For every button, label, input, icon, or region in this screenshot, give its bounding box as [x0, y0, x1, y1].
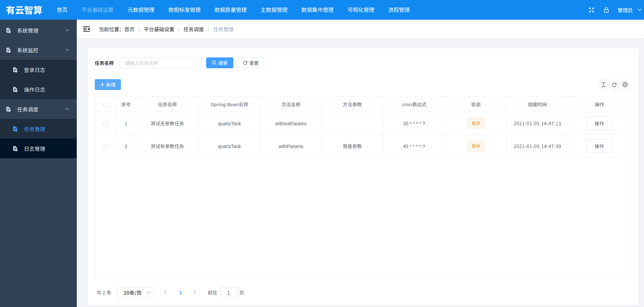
gear-icon [622, 82, 628, 87]
search-form: 任务名称 搜索 重置 [95, 57, 630, 68]
sidebar-item-6[interactable]: 日志管理 [0, 139, 77, 158]
table-header-select [95, 97, 116, 112]
chevron-down-icon [147, 291, 150, 294]
table-cell-status: 暂停 [445, 112, 507, 135]
table-cell-method-name: withoutParams [261, 112, 322, 135]
sidebar-item-4[interactable]: 任务调度 [0, 99, 77, 119]
table-header-cell: 状态 [445, 97, 507, 112]
refresh-icon [612, 82, 617, 87]
fullscreen-icon[interactable] [589, 7, 594, 13]
table-cell-status: 暂停 [445, 135, 507, 158]
sidebar-item-5[interactable]: 任务管理 [0, 119, 77, 139]
document-edit-icon [13, 67, 18, 73]
topbar: 有云智算 首页 平台基础设置 元数据管理 数据标准管理 数据质量管理 主数据管理… [0, 0, 644, 20]
table-cell-method-params [322, 112, 383, 135]
sidebar-item-3[interactable]: 操作日志 [0, 79, 77, 99]
lock-icon[interactable] [603, 7, 609, 13]
page-size-select[interactable]: 20条/页 [117, 287, 154, 297]
breadcrumb-item-2[interactable]: 任务调度 [183, 25, 204, 33]
table-header-cell: 创建时间 [507, 97, 568, 112]
chevron-down-icon [65, 29, 70, 32]
breadcrumb: 当前位置： 首页/平台基础设置/任务调度/任务管理 [99, 25, 233, 33]
goto-label: 前往 [208, 289, 217, 296]
topnav-item-0[interactable]: 首页 [50, 0, 75, 20]
table-header-cell: 任务名称 [136, 97, 199, 112]
sidebar-item-2[interactable]: 登录日志 [0, 60, 77, 79]
select-row-checkbox[interactable] [103, 144, 108, 149]
select-row-checkbox[interactable] [103, 122, 108, 126]
sidebar-item-label: 系统监控 [17, 46, 39, 54]
table-row: 1测试无参数任务quartzTaskwithoutParams30 * * * … [95, 112, 630, 135]
sidebar: 系统管理 系统监控 登录日志 操作日志 任务调度 任务管理 日志管理 [0, 20, 77, 307]
search-field-label: 任务名称 [95, 59, 120, 66]
document-edit-icon [6, 28, 11, 33]
chevron-up-icon [65, 49, 70, 51]
topnav-item-7[interactable]: 可视化管理 [340, 0, 381, 20]
table-header-cell: cron表达式 [383, 97, 445, 112]
table-header-cell: 方法名称 [261, 97, 322, 112]
table-cell-seq: 2 [116, 135, 136, 158]
document-edit-icon [13, 146, 18, 151]
search-icon [212, 60, 217, 65]
breadcrumb-separator: / [178, 26, 180, 32]
sidebar-item-1[interactable]: 系统监控 [0, 40, 77, 60]
table-tools [597, 79, 630, 90]
select-all-checkbox[interactable] [103, 103, 108, 107]
search-button[interactable]: 搜索 [206, 57, 233, 68]
content-card: 任务名称 搜索 重置 新增 [87, 48, 639, 306]
table-cell-cron: 45 * * * * ? [383, 135, 445, 158]
plus-icon [100, 83, 105, 87]
table-header: 序号任务名称Spring Bean名称方法名称方法参数cron表达式状态创建时间… [95, 97, 630, 112]
topnav-item-5[interactable]: 主数据管理 [254, 0, 294, 20]
app-logo: 有云智算 [0, 1, 50, 19]
breadcrumb-bar: 当前位置： 首页/平台基础设置/任务调度/任务管理 [77, 20, 644, 38]
user-menu[interactable]: 管理员 [618, 6, 633, 14]
table-header-cell: 操作 [568, 97, 630, 112]
page-number-1[interactable]: 1 [176, 289, 186, 296]
next-page-button[interactable] [191, 287, 199, 297]
jobs-table: 序号任务名称Spring Bean名称方法名称方法参数cron表达式状态创建时间… [95, 96, 630, 279]
refresh-button[interactable] [609, 79, 619, 90]
breadcrumb-item-0[interactable]: 首页 [124, 25, 135, 33]
column-settings-button[interactable] [620, 79, 630, 90]
table-header-cell: 方法参数 [322, 97, 383, 112]
breadcrumb-item-3: 任务管理 [213, 25, 233, 33]
topnav-item-4[interactable]: 数据质量管理 [208, 0, 254, 20]
table-cell-select [95, 135, 116, 158]
toggle-search-button[interactable] [598, 79, 608, 90]
job-name-input[interactable] [120, 57, 202, 68]
sidebar-item-0[interactable]: 系统管理 [0, 20, 77, 40]
row-action-button[interactable]: 操作 [587, 116, 612, 130]
table-cell-cron: 30 * * * * ? [383, 112, 445, 135]
pagination: 共 2 条 20条/页 1 前往 页 [96, 287, 244, 297]
sidebar-item-label: 操作日志 [24, 86, 46, 93]
chevron-left-icon [164, 290, 167, 295]
goto-unit: 页 [239, 289, 244, 296]
row-action-button[interactable]: 操作 [587, 139, 612, 153]
sidebar-collapse-icon[interactable] [83, 26, 90, 32]
goto-page-input[interactable] [220, 287, 237, 297]
topnav-item-6[interactable]: 数据集市管理 [294, 0, 341, 20]
table-cell-method-name: withParams [261, 135, 322, 158]
table-cell-bean-name: quartzTask [199, 135, 261, 158]
prev-page-button[interactable] [161, 287, 169, 297]
breadcrumb-item-1[interactable]: 平台基础设置 [144, 25, 174, 33]
sidebar-item-label: 任务调度 [17, 105, 39, 113]
topbar-right: 管理员 [589, 0, 644, 20]
chevron-up-icon [65, 108, 70, 110]
refresh-icon [243, 60, 248, 65]
topnav-item-1[interactable]: 平台基础设置 [74, 0, 121, 20]
sidebar-item-label: 登录日志 [24, 66, 46, 73]
topnav-item-2[interactable]: 元数据管理 [121, 0, 161, 20]
top-navigation: 首页 平台基础设置 元数据管理 数据标准管理 数据质量管理 主数据管理 数据集市… [50, 0, 417, 20]
sidebar-item-label: 任务管理 [24, 125, 46, 132]
document-edit-icon [6, 106, 11, 112]
table-toolbar: 新增 [95, 79, 630, 90]
breadcrumb-prefix: 当前位置： [99, 25, 124, 33]
topnav-item-8[interactable]: 流程管理 [381, 0, 416, 20]
reset-button[interactable]: 重置 [237, 57, 264, 68]
add-button[interactable]: 新增 [95, 79, 121, 90]
topnav-item-3[interactable]: 数据标准管理 [161, 0, 208, 20]
chevron-down-icon[interactable] [638, 8, 642, 11]
breadcrumb-separator: / [138, 26, 140, 32]
